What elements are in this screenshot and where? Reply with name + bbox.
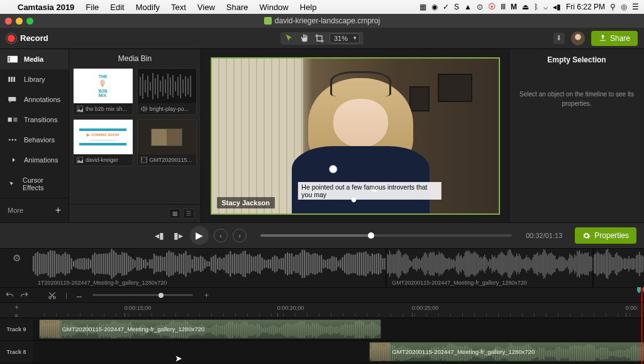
- svg-rect-669: [560, 348, 562, 358]
- svg-rect-66: [77, 259, 79, 269]
- media-item[interactable]: THE 🎙 B2BMIX the b2b mix sh...: [73, 68, 133, 115]
- zoom-select[interactable]: 31%: [330, 33, 360, 43]
- svg-rect-52: [48, 252, 49, 276]
- svg-rect-390: [610, 254, 611, 273]
- menubar-icon[interactable]: ✓: [443, 3, 449, 11]
- svg-rect-662: [545, 351, 546, 356]
- sidebar-item-annotations[interactable]: Annotations: [0, 89, 69, 110]
- svg-rect-48: [39, 253, 40, 274]
- menubar-icon[interactable]: ◉: [431, 3, 438, 11]
- next-button[interactable]: ›: [233, 229, 247, 242]
- menu-window[interactable]: Window: [260, 3, 289, 12]
- media-item[interactable]: bright-play-po...: [137, 68, 197, 115]
- battery-icon[interactable]: ◂▮: [553, 3, 561, 11]
- svg-rect-678: [580, 346, 581, 361]
- prev-button[interactable]: ‹: [214, 229, 228, 242]
- bluetooth-icon[interactable]: ᛒ: [534, 3, 538, 11]
- menu-view[interactable]: View: [197, 3, 215, 12]
- waveform-overview[interactable]: ⚙ 1T20200115-202447_Meeting-fr_gallery_1…: [0, 249, 644, 288]
- play-button[interactable]: ▶: [190, 226, 209, 245]
- add-icon[interactable]: +: [55, 205, 61, 216]
- grid-view-button[interactable]: ▦: [169, 208, 180, 219]
- redo-button[interactable]: [20, 291, 29, 300]
- notification-center-icon[interactable]: ☰: [632, 3, 639, 11]
- svg-rect-268: [456, 256, 457, 271]
- sidebar-item-behaviors[interactable]: Behaviors: [0, 130, 69, 150]
- step-fwd-button[interactable]: ▮▸: [171, 229, 185, 242]
- svg-rect-501: [215, 324, 216, 336]
- zoom-slider[interactable]: [92, 294, 193, 296]
- timeline-track[interactable]: Track 8 GMT20200115-202447_Meeting-fr_ga…: [0, 341, 644, 363]
- svg-rect-383: [600, 254, 601, 273]
- timeline-clip[interactable]: GMT20200115-202447_Meeting-fr_gallery_12…: [39, 319, 381, 339]
- add-track-icon[interactable]: ＋: [13, 302, 20, 312]
- track-menu-icon[interactable]: ≡: [14, 312, 18, 319]
- undo-button[interactable]: [5, 291, 14, 300]
- sidebar-item-animations[interactable]: Animations: [0, 150, 69, 170]
- siri-icon[interactable]: ◎: [621, 3, 627, 11]
- download-button[interactable]: ⬇: [553, 33, 565, 44]
- menubar-icon[interactable]: Ⅲ: [501, 3, 506, 11]
- svg-rect-162: [280, 258, 282, 270]
- sidebar-item-library[interactable]: Library: [0, 69, 69, 89]
- timeline-clip[interactable]: GMT20200115-202447_Meeting-fr_gallery_12…: [369, 342, 644, 361]
- svg-rect-579: [375, 324, 376, 336]
- menubar-icon[interactable]: M: [511, 3, 517, 11]
- video-preview[interactable]: He pointed out a few famous introverts t…: [211, 57, 500, 215]
- menubar-icon[interactable]: ⏏: [522, 3, 529, 11]
- zoom-out-icon[interactable]: ⚊: [76, 291, 82, 299]
- menu-text[interactable]: Text: [171, 3, 186, 12]
- svg-rect-57: [58, 254, 59, 274]
- menu-file[interactable]: File: [86, 3, 99, 12]
- menubar-icon[interactable]: ⊙: [477, 3, 483, 11]
- svg-rect-307: [504, 254, 505, 273]
- clock[interactable]: Fri 6:22 PM: [566, 3, 605, 11]
- hand-tool-icon[interactable]: [299, 33, 309, 43]
- record-button[interactable]: Record: [6, 33, 48, 43]
- sidebar-more[interactable]: More +: [0, 198, 69, 222]
- zoom-in-icon[interactable]: ＋: [203, 290, 210, 300]
- scrubber-head[interactable]: [368, 232, 374, 239]
- svg-rect-324: [525, 258, 526, 270]
- timeline-track[interactable]: Track 9 GMT20200115-202447_Meeting-fr_ga…: [0, 318, 644, 341]
- svg-rect-357: [566, 260, 567, 268]
- pointer-tool-icon[interactable]: [284, 33, 294, 43]
- step-back-button[interactable]: ◂▮: [152, 229, 166, 242]
- menu-edit[interactable]: Edit: [110, 3, 124, 12]
- scrubber[interactable]: [260, 234, 512, 237]
- spotlight-icon[interactable]: ⚲: [610, 3, 616, 11]
- svg-rect-276: [466, 251, 467, 277]
- svg-rect-704: [637, 346, 638, 360]
- sidebar-item-cursor-effects[interactable]: Cursor Effects: [0, 170, 69, 198]
- svg-rect-499: [211, 326, 213, 334]
- media-item[interactable]: GMT20200115...: [137, 119, 197, 166]
- media-item[interactable]: ▶ COMING SOON ———————— david-kreiger: [73, 119, 133, 166]
- properties-button[interactable]: Properties: [575, 227, 636, 244]
- menu-help[interactable]: Help: [300, 3, 317, 12]
- timeline-ruler[interactable]: ＋ ≡ 0:00:15;00 0:00:20;00 0:00:25;00 0:0…: [0, 303, 644, 318]
- svg-rect-585: [376, 344, 377, 361]
- menubar-icon[interactable]: ⦿: [488, 3, 496, 11]
- timeline-settings-icon[interactable]: ⚙: [0, 249, 33, 287]
- svg-rect-203: [367, 254, 369, 274]
- svg-rect-31: [180, 74, 181, 98]
- menubar-icon[interactable]: S: [454, 3, 459, 11]
- svg-rect-77: [101, 254, 102, 273]
- sidebar-item-transitions[interactable]: Transitions: [0, 110, 69, 130]
- share-button[interactable]: Share: [591, 31, 638, 46]
- cut-button[interactable]: [48, 291, 57, 300]
- svg-rect-115: [181, 254, 182, 273]
- canvas-area[interactable]: He pointed out a few famous introverts t…: [201, 49, 509, 222]
- user-avatar[interactable]: [571, 31, 585, 45]
- wifi-icon[interactable]: ⌵: [543, 3, 548, 11]
- svg-rect-375: [588, 252, 589, 275]
- app-name[interactable]: Camtasia 2019: [18, 3, 74, 12]
- menu-modify[interactable]: Modify: [136, 3, 160, 12]
- list-view-button[interactable]: ☰: [183, 208, 194, 219]
- crop-tool-icon[interactable]: [314, 33, 325, 43]
- menubar-icon[interactable]: ▲: [464, 3, 472, 11]
- svg-rect-200: [361, 253, 362, 275]
- menubar-icon[interactable]: ▦: [419, 3, 426, 11]
- menu-share[interactable]: Share: [226, 3, 248, 12]
- sidebar-item-media[interactable]: Media: [0, 49, 69, 69]
